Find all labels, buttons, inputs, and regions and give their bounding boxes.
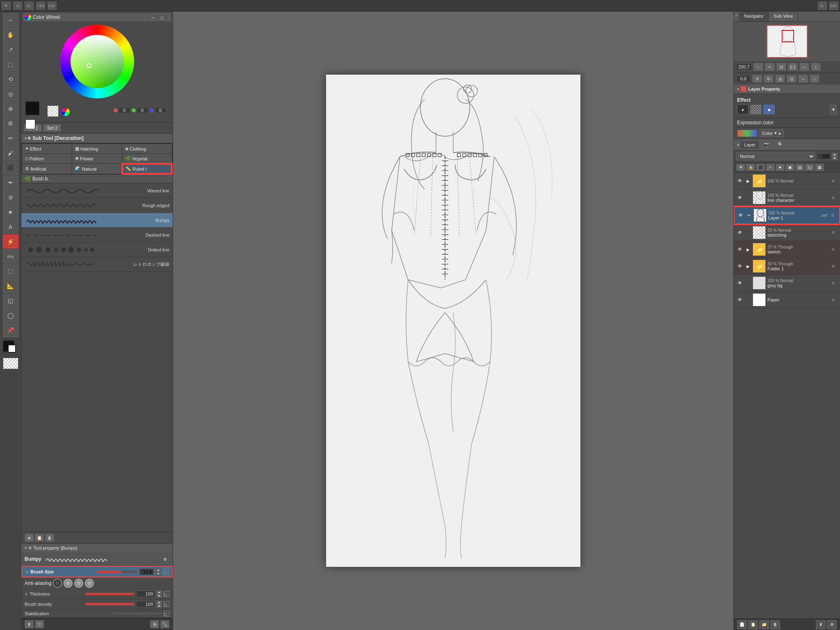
tool-layer[interactable]: ◱: [3, 294, 18, 308]
tool-pen[interactable]: ✏: [3, 131, 18, 145]
layer-action-lock[interactable]: 🔒: [746, 164, 755, 171]
tool-ruler[interactable]: 📐: [3, 279, 18, 293]
set2-button[interactable]: Set 2: [43, 124, 62, 132]
tool-preview-settings-btn[interactable]: ⚙: [160, 555, 169, 564]
canvas-content[interactable]: [326, 75, 580, 567]
layer-action-more2[interactable]: ▤: [795, 164, 804, 171]
tab-frame[interactable]: 📷: [760, 141, 773, 148]
brush-waved-line[interactable]: Waved line: [21, 183, 173, 198]
layer-vis-3[interactable]: 👁: [736, 246, 744, 253]
nav-zoom-out-btn[interactable]: −: [753, 63, 763, 71]
layer-folder-btn[interactable]: 📁: [759, 620, 769, 629]
brush-size-up[interactable]: ▲: [155, 568, 161, 572]
color-wheel-inner-square[interactable]: [71, 35, 124, 88]
subtool-artificial[interactable]: ⚙ Artificial: [22, 164, 72, 174]
transparent-color-swatch[interactable]: [47, 105, 59, 117]
layer-menu-4[interactable]: ≡: [832, 263, 838, 269]
nav-more-btn2[interactable]: ↔: [798, 75, 808, 83]
layer-menu-1[interactable]: ≡: [832, 195, 838, 201]
thickness-down[interactable]: ▼: [156, 594, 162, 598]
blue-input[interactable]: 0: [155, 107, 166, 113]
tool-decoration[interactable]: ⚡: [3, 235, 18, 249]
effect-checker-icon[interactable]: [750, 105, 762, 114]
opacity-down-btn[interactable]: ▼: [832, 156, 838, 160]
layer-delete-btn[interactable]: 🗑: [770, 620, 780, 629]
effect-dropdown-btn[interactable]: ▾: [830, 105, 837, 114]
thickness-up[interactable]: ▲: [156, 590, 162, 594]
aa-level-0[interactable]: [53, 579, 62, 588]
aa-level-2[interactable]: [74, 579, 83, 588]
layer-vis-paper[interactable]: 👁: [736, 296, 744, 304]
main-background-swatch[interactable]: [25, 119, 35, 129]
layer-vis-2[interactable]: 👁: [736, 229, 744, 236]
tool-png[interactable]: png: [3, 249, 18, 263]
layer-item-1[interactable]: 👁 100 % Normal line character ≡: [734, 189, 840, 206]
nav-flip-v-btn[interactable]: ↕: [811, 63, 821, 71]
color-circle-btn[interactable]: [62, 108, 70, 116]
thickness-value[interactable]: 100: [136, 591, 155, 597]
tool-ink[interactable]: ✒: [3, 176, 18, 189]
color-wheel-canvas[interactable]: [60, 25, 134, 98]
brush-density-slider[interactable]: [85, 603, 135, 605]
color-dropdown[interactable]: Color ▾ ▴: [759, 129, 784, 137]
thickness-slider[interactable]: [85, 593, 135, 595]
aa-level-3[interactable]: [85, 579, 94, 588]
red-input[interactable]: 0: [119, 107, 130, 113]
green-input[interactable]: 0: [137, 107, 148, 113]
tool-eyedrop[interactable]: ⊕: [3, 102, 18, 116]
tool-lasso[interactable]: ◎: [3, 87, 18, 101]
nav-reset-rotation-btn[interactable]: ◎: [775, 75, 785, 83]
layer-copy-btn[interactable]: 📋: [748, 620, 758, 629]
color-wheel-minimize[interactable]: ─: [151, 14, 160, 20]
brush-density-value[interactable]: 100: [136, 601, 155, 607]
tool-blend[interactable]: ★: [3, 205, 18, 219]
tool-fill[interactable]: ⬛: [3, 161, 18, 175]
layer-menu-0[interactable]: ≡: [832, 178, 838, 184]
right-nav-end-button[interactable]: ▷▷: [829, 2, 838, 10]
layer-action-select[interactable]: ✓: [766, 164, 775, 171]
aa-level-1[interactable]: [64, 579, 73, 588]
main-foreground-swatch[interactable]: [25, 101, 39, 115]
opacity-up-btn[interactable]: ▲: [832, 153, 838, 156]
tool-color-fill[interactable]: ◯: [3, 308, 18, 322]
layer-vis-4[interactable]: 👁: [736, 262, 744, 270]
subtool-flower[interactable]: ❀ Flower: [72, 154, 122, 163]
effect-color-icon[interactable]: ■: [763, 105, 775, 114]
layer-item-0[interactable]: 👁 ▶ 📁 100 % Normal ≡: [734, 173, 840, 189]
tab-layer[interactable]: Layer: [741, 141, 759, 148]
tool-frame[interactable]: ⬚: [3, 264, 18, 278]
settings-icon[interactable]: ⚙: [150, 620, 159, 628]
nav-actual-size-btn[interactable]: 1:1: [788, 63, 798, 71]
bottom-left-icon2[interactable]: ▽: [35, 620, 44, 628]
tool-rotate[interactable]: ⟲: [3, 72, 18, 86]
tab-search[interactable]: 🔍: [774, 141, 787, 148]
bottom-left-icon1[interactable]: ⬆: [25, 620, 34, 628]
subtool-effect[interactable]: ✦ Effect: [22, 144, 72, 153]
layer-new-btn[interactable]: 📄: [737, 620, 747, 629]
nav-more-btn3[interactable]: ↕: [810, 75, 819, 83]
nav-rotation-value[interactable]: 0.0: [736, 75, 751, 82]
brush-retro[interactable]: レトロポップ破線: [21, 257, 173, 272]
tool-select-rect[interactable]: ⬚: [3, 57, 18, 71]
brush-density-up[interactable]: ▲: [156, 600, 162, 604]
brush-rough-edged[interactable]: Rough edged: [21, 198, 173, 213]
nav-flip-h-btn[interactable]: ↔: [799, 63, 809, 71]
layer-item-3[interactable]: 👁 ▶ 📁 37 % Through sketch ≡: [734, 241, 840, 258]
layer-expand-4[interactable]: ▶: [745, 263, 751, 269]
tool-brush[interactable]: 🖌: [3, 146, 18, 160]
color-wheel-container[interactable]: [23, 23, 171, 100]
tool-text[interactable]: A: [3, 220, 18, 234]
layer-menu-2[interactable]: ≡: [832, 230, 838, 235]
brush-density-lock-icon[interactable]: □: [164, 601, 169, 607]
layer-expand-0[interactable]: ▶: [745, 178, 751, 184]
color-wheel-expand[interactable]: □: [160, 14, 169, 20]
nav-zoom-value[interactable]: 200.7: [736, 64, 752, 70]
nav-rotate-ccw-btn[interactable]: ↺: [752, 75, 762, 83]
layer-menu-paper[interactable]: ≡: [832, 297, 838, 303]
stabilization-slider[interactable]: [113, 612, 162, 615]
layer-item-paper[interactable]: 👁 Paper ≡: [734, 292, 840, 308]
nav-rotate-cw-btn[interactable]: ↻: [764, 75, 774, 83]
subtool-ruled[interactable]: 📏 Ruled l.: [122, 164, 172, 174]
thickness-lock-icon[interactable]: □: [164, 591, 169, 597]
opacity-input[interactable]: 100: [817, 153, 831, 160]
